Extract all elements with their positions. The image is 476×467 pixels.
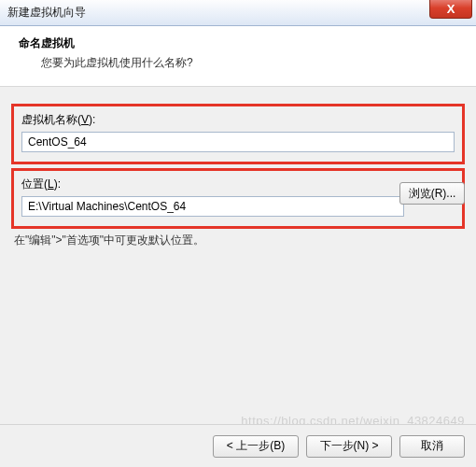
hint-text: 在"编辑">"首选项"中可更改默认位置。 — [14, 233, 465, 248]
vm-name-section: 虚拟机名称(V): — [11, 104, 465, 164]
location-label: 位置(L): — [21, 177, 455, 192]
wizard-content: 虚拟机名称(V): 位置(L): 浏览(R)... 在"编辑">"首选项"中可更… — [0, 87, 476, 433]
wizard-header: 命名虚拟机 您要为此虚拟机使用什么名称? — [0, 26, 476, 87]
cancel-button[interactable]: 取消 — [399, 435, 465, 458]
vm-name-input[interactable] — [21, 132, 455, 152]
page-title: 命名虚拟机 — [19, 35, 463, 51]
close-button[interactable]: X — [429, 0, 472, 19]
location-section: 位置(L): — [11, 168, 465, 229]
window-title: 新建虚拟机向导 — [7, 5, 86, 21]
back-button[interactable]: < 上一步(B) — [213, 435, 299, 458]
wizard-footer: < 上一步(B) 下一步(N) > 取消 — [0, 424, 476, 467]
titlebar: 新建虚拟机向导 X — [0, 0, 476, 26]
browse-button[interactable]: 浏览(R)... — [399, 182, 465, 205]
next-button[interactable]: 下一步(N) > — [306, 435, 392, 458]
vm-name-label: 虚拟机名称(V): — [21, 112, 455, 128]
page-subtitle: 您要为此虚拟机使用什么名称? — [41, 55, 463, 71]
close-icon: X — [447, 2, 455, 16]
location-input[interactable] — [21, 196, 404, 217]
